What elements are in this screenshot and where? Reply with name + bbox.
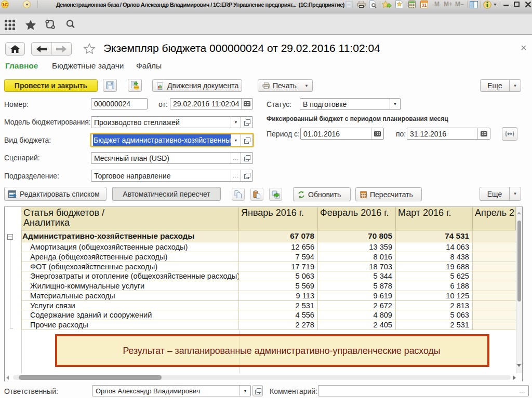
- svg-text:31: 31: [422, 3, 427, 8]
